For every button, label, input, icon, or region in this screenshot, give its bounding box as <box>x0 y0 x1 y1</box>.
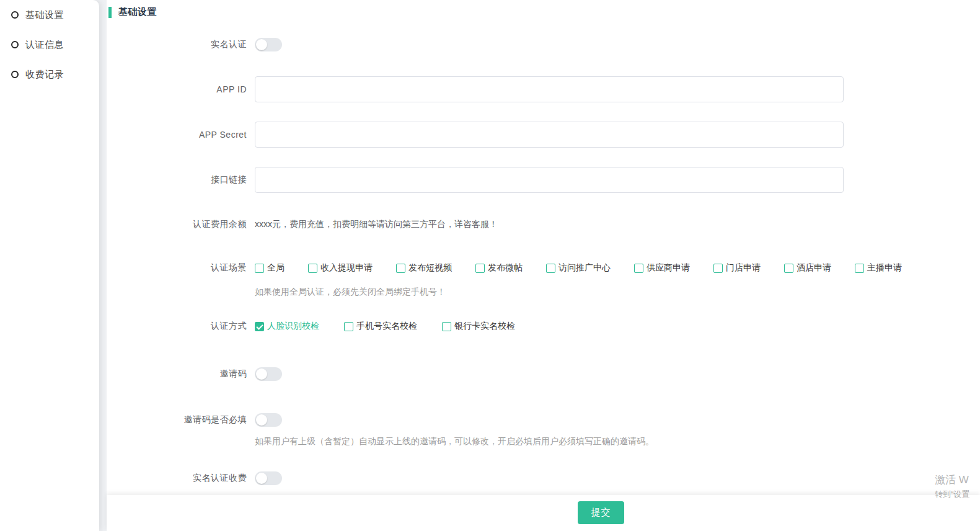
row-real-name-auth: 实名认证 <box>107 38 282 51</box>
checkbox-icon <box>713 264 723 273</box>
radio-circle-icon <box>11 71 19 78</box>
auth-fee-balance-value: xxxx元，费用充值，扣费明细等请访问第三方平台，详咨客服！ <box>255 219 498 230</box>
sidebar-item-fee-records[interactable]: 收费记录 <box>11 67 99 82</box>
row-api-link: 接口链接 <box>107 166 844 193</box>
page-header: 基础设置 <box>108 6 157 18</box>
row-real-name-auth-fee: 实名认证收费 <box>107 471 282 485</box>
invite-code-label: 邀请码 <box>107 368 247 380</box>
toggle-knob <box>256 39 267 50</box>
app-id-input[interactable] <box>255 76 844 102</box>
row-app-id: APP ID <box>107 76 844 102</box>
row-app-secret: APP Secret <box>107 121 844 148</box>
checkbox-icon <box>308 264 317 273</box>
api-link-input[interactable] <box>255 167 844 193</box>
submit-button[interactable]: 提交 <box>578 501 624 524</box>
footer-bar: 提交 <box>107 495 980 531</box>
sidebar-item-label: 认证信息 <box>25 39 64 51</box>
checkbox-scene-short-video[interactable]: 发布短视频 <box>396 262 452 274</box>
radio-circle-icon <box>11 11 19 19</box>
auth-scenes-label: 认证场景 <box>107 262 247 274</box>
sidebar: 基础设置 认证信息 收费记录 <box>0 0 99 531</box>
toggle-knob <box>256 473 267 484</box>
sidebar-item-auth-info[interactable]: 认证信息 <box>11 37 99 52</box>
checkbox-icon <box>546 264 555 273</box>
checkbox-method-phone-verify[interactable]: 手机号实名校检 <box>344 321 417 332</box>
real-name-auth-fee-label: 实名认证收费 <box>107 473 247 484</box>
row-auth-scenes: 认证场景 全局 收入提现申请 发布短视频 发布微帖 访问推广中心 <box>107 262 902 274</box>
main-panel: 基础设置 实名认证 APP ID APP Secret 接口链接 认证费用余额 … <box>107 0 980 531</box>
checkbox-icon <box>855 264 864 273</box>
toggle-knob <box>256 368 267 380</box>
auth-fee-balance-label: 认证费用余额 <box>107 219 247 230</box>
invite-code-toggle[interactable] <box>255 367 282 381</box>
app-secret-label: APP Secret <box>107 130 247 140</box>
row-invite-code-required: 邀请码是否必填 <box>107 413 282 427</box>
real-name-auth-fee-toggle[interactable] <box>255 471 282 485</box>
checkbox-icon <box>255 322 264 331</box>
page-title: 基础设置 <box>118 6 157 18</box>
checkbox-scene-withdraw[interactable]: 收入提现申请 <box>308 262 373 274</box>
real-name-auth-toggle[interactable] <box>255 38 282 51</box>
invite-code-required-toggle[interactable] <box>255 413 282 427</box>
app-secret-input[interactable] <box>255 122 844 148</box>
real-name-auth-label: 实名认证 <box>107 39 247 50</box>
checkbox-method-bank-card-verify[interactable]: 银行卡实名校检 <box>442 321 515 332</box>
api-link-label: 接口链接 <box>107 174 247 185</box>
toggle-knob <box>256 414 267 426</box>
sidebar-item-label: 基础设置 <box>25 9 64 21</box>
checkbox-icon <box>344 322 353 331</box>
auth-scenes-hint: 如果使用全局认证，必须先关闭全局绑定手机号！ <box>255 287 446 298</box>
row-auth-methods: 认证方式 人脸识别校检 手机号实名校检 银行卡实名校检 <box>107 320 515 332</box>
invite-code-required-hint: 如果用户有上级（含暂定）自动显示上线的邀请码，可以修改，开启必填后用户必须填写正… <box>255 436 654 447</box>
checkbox-method-face-recognition[interactable]: 人脸识别校检 <box>255 321 319 332</box>
invite-code-required-label: 邀请码是否必填 <box>107 414 247 426</box>
row-auth-fee-balance: 认证费用余额 xxxx元，费用充值，扣费明细等请访问第三方平台，详咨客服！ <box>107 218 498 231</box>
sidebar-item-label: 收费记录 <box>25 69 64 81</box>
checkbox-icon <box>634 264 643 273</box>
checkbox-scene-global[interactable]: 全局 <box>255 262 285 274</box>
sidebar-item-basic-settings[interactable]: 基础设置 <box>11 7 99 22</box>
accent-bar <box>108 7 112 18</box>
checkbox-icon <box>442 322 451 331</box>
radio-circle-icon <box>11 41 19 48</box>
watermark-line1: 激活 W <box>935 473 969 487</box>
checkbox-icon <box>396 264 405 273</box>
checkbox-scene-micro-post[interactable]: 发布微帖 <box>475 262 523 274</box>
checkbox-icon <box>255 264 264 273</box>
checkbox-scene-promotion-center[interactable]: 访问推广中心 <box>546 262 611 274</box>
auth-methods-label: 认证方式 <box>107 321 247 332</box>
checkbox-scene-store[interactable]: 门店申请 <box>713 262 761 274</box>
row-invite-code: 邀请码 <box>107 367 282 381</box>
app-id-label: APP ID <box>107 84 247 94</box>
checkbox-icon <box>784 264 793 273</box>
checkbox-scene-supplier[interactable]: 供应商申请 <box>634 262 690 274</box>
checkbox-icon <box>475 264 485 273</box>
checkbox-scene-hotel[interactable]: 酒店申请 <box>784 262 831 274</box>
checkbox-scene-anchor[interactable]: 主播申请 <box>855 262 902 274</box>
